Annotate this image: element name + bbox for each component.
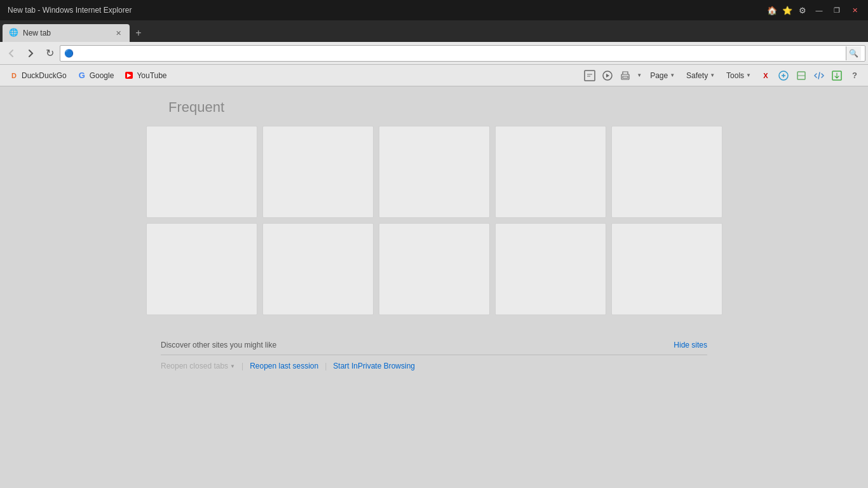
title-bar: New tab - Windows Internet Explorer 🏠 ⭐ …: [0, 0, 868, 20]
web-slice-icon[interactable]: [793, 67, 810, 84]
forward-button[interactable]: [22, 44, 39, 62]
reopen-closed-tabs-arrow: ▼: [230, 363, 235, 369]
refresh-button[interactable]: ↻: [41, 44, 58, 62]
developer-icon[interactable]: [811, 67, 827, 84]
bottom-links: Reopen closed tabs ▼ | Reopen last sessi…: [161, 362, 707, 370]
restore-button[interactable]: ❐: [829, 3, 845, 18]
read-aloud-button[interactable]: [599, 67, 616, 84]
tools-menu[interactable]: Tools ▼: [721, 70, 756, 81]
settings-icon[interactable]: ⚙: [796, 3, 810, 17]
thumbnail-8[interactable]: [379, 223, 490, 315]
reopen-closed-tabs-button[interactable]: Reopen closed tabs ▼: [161, 362, 235, 370]
start-inprivate-button[interactable]: Start InPrivate Browsing: [333, 362, 415, 370]
page-menu[interactable]: Page ▼: [645, 70, 680, 81]
search-button[interactable]: 🔍: [846, 46, 861, 60]
safety-dropdown-arrow: ▼: [710, 72, 715, 78]
tab-title: New tab: [23, 29, 109, 37]
bookmark-google[interactable]: G Google: [73, 69, 118, 82]
nav-bar: ↻ 🔵 🔍: [0, 42, 868, 65]
home-icon[interactable]: 🏠: [765, 3, 779, 17]
help-icon[interactable]: ?: [846, 67, 863, 84]
address-bar[interactable]: 🔵 🔍: [60, 45, 865, 62]
address-favicon: 🔵: [64, 49, 74, 58]
title-icons: 🏠 ⭐ ⚙ — ❐ ✕: [765, 3, 863, 18]
active-tab[interactable]: 🌐 New tab ✕: [3, 24, 130, 42]
content-area: Frequent Discover other sites you might …: [0, 86, 868, 383]
reopen-closed-tabs-label: Reopen closed tabs: [161, 362, 228, 370]
youtube-icon: ▶: [124, 71, 134, 81]
safety-menu[interactable]: Safety ▼: [681, 70, 720, 81]
discover-text: Discover other sites you might like: [161, 341, 276, 349]
tools-menu-label: Tools: [726, 71, 744, 80]
hide-sites-link[interactable]: Hide sites: [674, 341, 707, 349]
google-icon: G: [77, 71, 87, 81]
toolbar: D DuckDuckGo G Google ▶ YouTube ▼ Page ▼: [0, 65, 868, 86]
download-icon[interactable]: [829, 67, 845, 84]
browser-title: New tab - Windows Internet Explorer: [8, 6, 132, 15]
safety-menu-label: Safety: [686, 71, 708, 80]
discover-row: Discover other sites you might like Hide…: [161, 341, 707, 355]
duckduckgo-icon: D: [9, 71, 19, 81]
address-input[interactable]: [76, 49, 843, 58]
favorites-icon[interactable]: ⭐: [780, 3, 794, 17]
back-button[interactable]: [3, 44, 20, 62]
separator-1: |: [241, 362, 243, 370]
bookmark-duckduckgo[interactable]: D DuckDuckGo: [5, 69, 71, 82]
thumbnail-10[interactable]: [611, 223, 722, 315]
page-dropdown-arrow: ▼: [670, 72, 675, 78]
separator-2: |: [325, 362, 327, 370]
start-inprivate-label: Start InPrivate Browsing: [333, 362, 415, 370]
reopen-last-session-button[interactable]: Reopen last session: [250, 362, 318, 370]
bookmark-youtube-label: YouTube: [137, 71, 166, 80]
thumbnail-3[interactable]: [379, 126, 490, 218]
translate-icon[interactable]: X: [757, 67, 774, 84]
print-dropdown[interactable]: ▼: [635, 67, 644, 84]
svg-rect-3: [623, 76, 628, 78]
thumbnail-2[interactable]: [262, 126, 374, 218]
bookmark-google-label: Google: [90, 71, 114, 80]
reopen-last-session-label: Reopen last session: [250, 362, 318, 370]
thumbnails-grid: [146, 126, 722, 315]
tab-favicon: 🌐: [9, 28, 19, 38]
print-button[interactable]: [617, 67, 634, 84]
thumbnail-5[interactable]: [611, 126, 722, 218]
toolbar-right-icons: ▼ Page ▼ Safety ▼ Tools ▼ X ?: [581, 67, 863, 84]
tools-dropdown-arrow: ▼: [746, 72, 751, 78]
close-button[interactable]: ✕: [846, 3, 863, 18]
page-menu-label: Page: [650, 71, 668, 80]
thumbnail-9[interactable]: [495, 223, 606, 315]
thumbnail-1[interactable]: [146, 126, 257, 218]
section-title: Frequent: [168, 99, 224, 116]
bookmark-youtube[interactable]: ▶ YouTube: [120, 69, 170, 82]
tab-close-button[interactable]: ✕: [113, 28, 123, 38]
thumbnail-7[interactable]: [262, 223, 374, 315]
new-tab-button[interactable]: +: [132, 24, 145, 42]
share-icon[interactable]: [775, 67, 792, 84]
thumbnail-6[interactable]: [146, 223, 257, 315]
minimize-button[interactable]: —: [811, 3, 827, 18]
favorites-button[interactable]: [581, 67, 598, 84]
svg-rect-0: [585, 71, 595, 81]
tab-bar: 🌐 New tab ✕ +: [0, 20, 868, 42]
thumbnail-4[interactable]: [495, 126, 606, 218]
bookmark-duckduckgo-label: DuckDuckGo: [22, 71, 67, 80]
